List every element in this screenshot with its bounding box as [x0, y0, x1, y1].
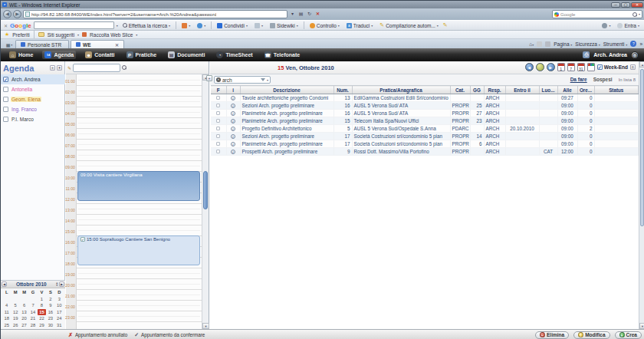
column-header[interactable]: Status [594, 86, 639, 94]
user-checkbox[interactable] [3, 97, 8, 102]
column-header[interactable]: Pratica/Anagrafica [352, 86, 450, 94]
print-agenda-icon[interactable]: ⎙ [583, 51, 590, 58]
row-checkbox[interactable] [216, 104, 220, 107]
user-row[interactable]: Ing. Franco [1, 104, 65, 114]
nav-item-telefonate[interactable]: ☎Telefonate [262, 51, 303, 59]
month-view-button[interactable]: 31 [577, 63, 585, 71]
bookmark-button[interactable]: ▾ [179, 21, 192, 30]
chevron-down-icon[interactable]: ▾ [136, 33, 137, 37]
scrollbar-thumb[interactable] [640, 69, 644, 226]
mini-calendar-day[interactable]: 24 [55, 315, 64, 322]
today-button[interactable] [536, 63, 544, 71]
forward-icon[interactable]: ▶ [13, 10, 21, 18]
close-button[interactable]: ✕ [631, 2, 643, 8]
tab-we[interactable]: WE ✕ [71, 40, 124, 48]
column-header[interactable]: F [211, 86, 226, 94]
row-checkbox[interactable] [216, 111, 220, 115]
table-row[interactable]: iSezioni Arch. progetto preliminare16AUS… [211, 102, 639, 110]
table-row[interactable]: iProspetti Arch. progetto preliminare9Ro… [211, 148, 639, 156]
info-icon[interactable]: i [231, 127, 235, 131]
scroll-down-icon[interactable]: ▼ [639, 323, 644, 329]
column-header[interactable]: Num. [334, 86, 352, 94]
user-checkbox[interactable] [3, 117, 8, 122]
row-checkbox[interactable] [216, 134, 220, 138]
nav-item-pratiche[interactable]: PPratiche [124, 51, 159, 59]
year-spinner[interactable]: ▲▼ [56, 282, 58, 287]
column-header[interactable]: Cat. [450, 86, 470, 94]
home-icon[interactable]: ⌂▾ [529, 41, 534, 47]
info-icon[interactable]: i [231, 119, 235, 123]
prev-day-button[interactable]: ◀ [525, 63, 534, 71]
mini-calendar-day[interactable]: 1 [38, 296, 46, 303]
mini-calendar-day[interactable]: 10 [55, 302, 64, 309]
row-checkbox[interactable] [216, 150, 220, 153]
user-checkbox[interactable] [3, 87, 8, 92]
nav-item-timesheet[interactable]: ◔TimeSheet [214, 51, 255, 59]
google-search-dropdown-icon[interactable]: ▾ [117, 24, 118, 28]
mini-calendar-day[interactable]: 25 [2, 322, 11, 329]
column-header[interactable]: Descrizione [240, 86, 334, 94]
address-dropdown-icon[interactable]: ▾ [289, 10, 296, 18]
compilazione-button[interactable]: ✎Compilazione autom...▾ [377, 21, 441, 30]
row-checkbox[interactable] [216, 96, 220, 100]
mini-calendar-day[interactable]: 7 [28, 302, 37, 309]
mini-calendar-day[interactable]: 16 [46, 309, 54, 316]
sidebar-collapse-icon[interactable]: ▾ [57, 65, 62, 71]
mini-calendar-day[interactable]: 15 [38, 309, 46, 316]
info-icon[interactable]: i [231, 96, 235, 100]
pagina-menu[interactable]: Pagina ▾ [554, 41, 572, 47]
mini-calendar-day[interactable]: 28 [28, 322, 37, 329]
scroll-down-icon[interactable]: ▼ [202, 323, 209, 329]
column-header[interactable]: GG [470, 86, 484, 94]
table-row[interactable]: iPlanimetrie Arch. progetto preliminare1… [211, 117, 639, 125]
search-icon[interactable] [122, 65, 127, 70]
search-dropdown-icon[interactable]: ▾ [639, 12, 640, 16]
sicurezza-menu[interactable]: Sicurezza ▾ [575, 41, 600, 47]
table-row[interactable]: iPlanimetrie Arch. progetto preliminare1… [211, 110, 639, 117]
favorites-star-icon[interactable]: ★ [5, 31, 9, 38]
user-checkbox[interactable] [3, 107, 8, 112]
controllo-button[interactable]: Controllo▾ [307, 21, 342, 30]
chevron-more-icon[interactable]: » [639, 41, 642, 47]
weekend-checkbox[interactable]: ✓ [597, 64, 603, 70]
nav-item-home[interactable]: ⌂Home [7, 51, 35, 59]
mini-calendar-day[interactable]: 30 [46, 322, 54, 329]
refresh-icon[interactable]: ↻ [306, 10, 313, 18]
chevron-down-icon[interactable]: ▾ [77, 33, 79, 37]
task-filter-box[interactable]: ✕ arch ▾ [214, 76, 271, 84]
info-icon[interactable]: i [231, 134, 235, 139]
back-icon[interactable]: ◀ [3, 10, 12, 18]
row-checkbox[interactable] [216, 142, 220, 146]
appointment[interactable]: 09:00 Visita cantiere Virgiliana [77, 171, 200, 201]
entra-button[interactable]: Entra▾ [615, 21, 642, 30]
mini-calendar-day[interactable]: 20 [20, 315, 28, 322]
column-header[interactable]: Ore... [577, 86, 594, 94]
browser-search-box[interactable]: Google ▾ [552, 10, 642, 18]
mini-calendar-day[interactable]: 19 [11, 315, 19, 322]
tab-personale-str[interactable]: Personale STR [15, 40, 69, 48]
google-search-button[interactable]: Effettua la ricerca ▾ [120, 21, 172, 30]
condividi-button[interactable]: Condividi▾ [215, 21, 250, 30]
mini-calendar-day[interactable]: 17 [55, 309, 64, 316]
search-icon[interactable] [632, 12, 637, 17]
column-header[interactable]: Entro il [505, 86, 539, 94]
mini-calendar-day[interactable]: 6 [20, 302, 28, 309]
mini-calendar-day[interactable]: 11 [2, 309, 11, 316]
mini-calendar-day[interactable]: 4 [2, 302, 11, 309]
next-day-button[interactable]: ▶ [547, 63, 555, 71]
printer-icon[interactable] [545, 41, 550, 47]
mini-calendar-day[interactable]: 22 [38, 315, 46, 322]
tab-close-icon[interactable]: ✕ [115, 42, 119, 48]
week-view-button[interactable]: 7 [567, 63, 575, 71]
rss-icon[interactable] [537, 41, 542, 47]
user-row[interactable]: ✓Arch. Andrea [1, 74, 65, 84]
strumenti-menu[interactable]: Strumenti ▾ [603, 41, 628, 47]
info-icon[interactable]: i [231, 111, 235, 116]
mini-calendar-day[interactable]: 13 [20, 309, 28, 316]
nav-item-agenda[interactable]: 14Agenda [42, 51, 76, 59]
day-view-button[interactable]: 1 [557, 63, 565, 71]
google-search-input[interactable] [34, 21, 114, 29]
user-row[interactable]: Antonella [1, 84, 65, 94]
toolbar-close-icon[interactable]: ✕ [4, 23, 8, 28]
mini-calendar-day[interactable]: 29 [38, 322, 46, 329]
